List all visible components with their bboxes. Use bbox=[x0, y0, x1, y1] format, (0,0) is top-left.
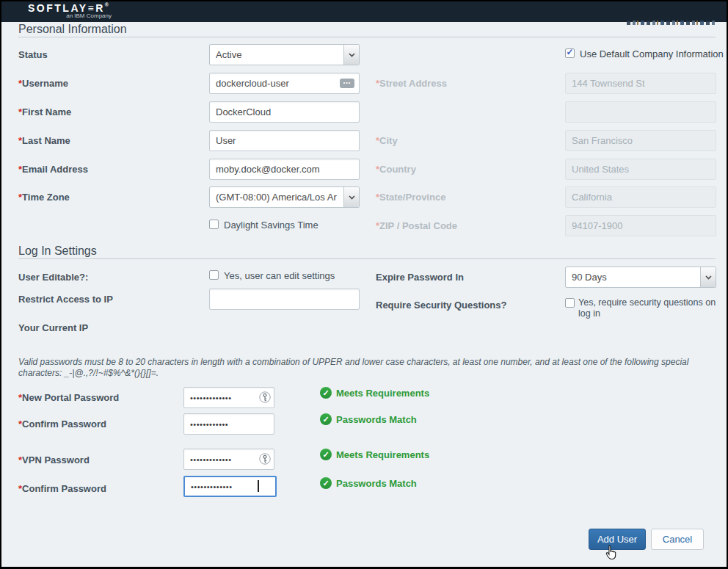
cancel-button[interactable]: Cancel bbox=[651, 529, 704, 550]
registered-mark: ® bbox=[105, 2, 109, 7]
portal-confirm-status: Passwords Match bbox=[336, 414, 417, 425]
portal-confirm-input[interactable] bbox=[183, 413, 274, 435]
restrict-ip-label: Restrict Access to IP bbox=[18, 294, 113, 305]
current-ip-label: Your Current IP bbox=[18, 322, 88, 333]
screenshot-frame: SOFTLAY≡R® an IBM Company Personal Infor… bbox=[0, 0, 728, 569]
state-input bbox=[565, 186, 716, 208]
zip-label: *ZIP / Postal Code bbox=[376, 220, 457, 231]
email-label: *Email Address bbox=[18, 164, 88, 175]
status-label: Status bbox=[18, 49, 48, 60]
success-check-icon: ✓ bbox=[320, 477, 332, 489]
last-name-input[interactable] bbox=[209, 130, 360, 151]
key-icon[interactable] bbox=[259, 391, 271, 403]
app-header: SOFTLAY≡R® an IBM Company bbox=[1, 1, 727, 22]
timezone-value: (GMT-08:00) America/Los Ar bbox=[216, 192, 341, 203]
timezone-select[interactable]: (GMT-08:00) America/Los Ar bbox=[209, 186, 360, 208]
chevron-down-icon[interactable] bbox=[343, 45, 359, 65]
street-label: *Street Address bbox=[376, 78, 447, 89]
vpn-confirm-status: Passwords Match bbox=[336, 478, 417, 489]
expire-password-label: Expire Password In bbox=[376, 272, 464, 283]
security-questions-checkbox[interactable] bbox=[565, 298, 575, 308]
autofill-icon[interactable]: ••• bbox=[340, 79, 354, 88]
expire-password-value: 90 Days bbox=[572, 272, 698, 283]
user-editable-checkbox[interactable] bbox=[209, 270, 219, 280]
timezone-label: *Time Zone bbox=[18, 192, 70, 203]
vpn-password-status: Meets Requirements bbox=[336, 449, 429, 460]
expire-password-select[interactable]: 90 Days bbox=[565, 267, 716, 288]
portal-confirm-label: *Confirm Password bbox=[18, 418, 106, 430]
clipped-header-text bbox=[627, 21, 715, 25]
portal-password-label: *New Portal Password bbox=[18, 392, 119, 403]
first-name-input[interactable] bbox=[209, 101, 360, 123]
status-select[interactable]: Active bbox=[209, 44, 360, 65]
city-label: *City bbox=[376, 135, 398, 146]
country-label: *Country bbox=[376, 164, 416, 175]
dst-checkbox[interactable] bbox=[209, 220, 219, 229]
city-input bbox=[565, 130, 716, 151]
user-editable-label: User Editable?: bbox=[18, 272, 88, 283]
vpn-confirm-label: *Confirm Password bbox=[18, 483, 106, 494]
user-editable-checkbox-label: Yes, user can edit settings bbox=[224, 270, 335, 281]
last-name-label: *Last Name bbox=[18, 135, 70, 146]
softlayer-logo: SOFTLAY≡R® an IBM Company bbox=[21, 2, 116, 19]
use-default-checkbox[interactable]: ✓ bbox=[565, 48, 575, 58]
success-check-icon: ✓ bbox=[320, 413, 332, 425]
page: SOFTLAY≡R® an IBM Company Personal Infor… bbox=[1, 1, 727, 567]
chevron-down-icon[interactable] bbox=[343, 187, 359, 207]
section-title-login: Log In Settings bbox=[18, 244, 97, 258]
checkmark-icon: ✓ bbox=[566, 48, 574, 57]
vpn-confirm-input[interactable] bbox=[183, 476, 277, 497]
mouse-cursor-icon bbox=[605, 545, 618, 563]
restrict-ip-input[interactable] bbox=[209, 289, 360, 310]
email-input[interactable] bbox=[209, 159, 360, 180]
chevron-down-icon[interactable] bbox=[700, 267, 716, 287]
username-label: *Username bbox=[18, 78, 68, 89]
security-questions-label: Require Security Questions? bbox=[376, 300, 506, 311]
username-input[interactable] bbox=[209, 73, 360, 94]
section-title-personal: Personal Information bbox=[18, 23, 127, 36]
first-name-label: *First Name bbox=[18, 106, 71, 117]
text-caret bbox=[258, 480, 259, 492]
zip-input bbox=[565, 215, 716, 236]
success-check-icon: ✓ bbox=[320, 449, 332, 460]
password-requirements-note: Valid passwords must be 8 to 20 characte… bbox=[18, 357, 710, 379]
dst-checkbox-label: Daylight Savings Time bbox=[224, 220, 318, 231]
street2-input bbox=[565, 101, 716, 123]
success-check-icon: ✓ bbox=[320, 387, 332, 399]
country-input bbox=[565, 159, 716, 180]
street-input bbox=[565, 73, 716, 94]
vpn-password-label: *VPN Password bbox=[18, 454, 90, 465]
section-divider bbox=[18, 258, 716, 259]
state-label: *State/Province bbox=[376, 192, 445, 203]
use-default-label: Use Default Company Information bbox=[580, 48, 724, 59]
section-divider bbox=[18, 37, 716, 37]
key-icon[interactable] bbox=[259, 453, 271, 465]
security-questions-checkbox-label: Yes, require security questions on log i… bbox=[578, 297, 722, 319]
status-value: Active bbox=[216, 49, 341, 60]
portal-password-status: Meets Requirements bbox=[336, 388, 429, 399]
